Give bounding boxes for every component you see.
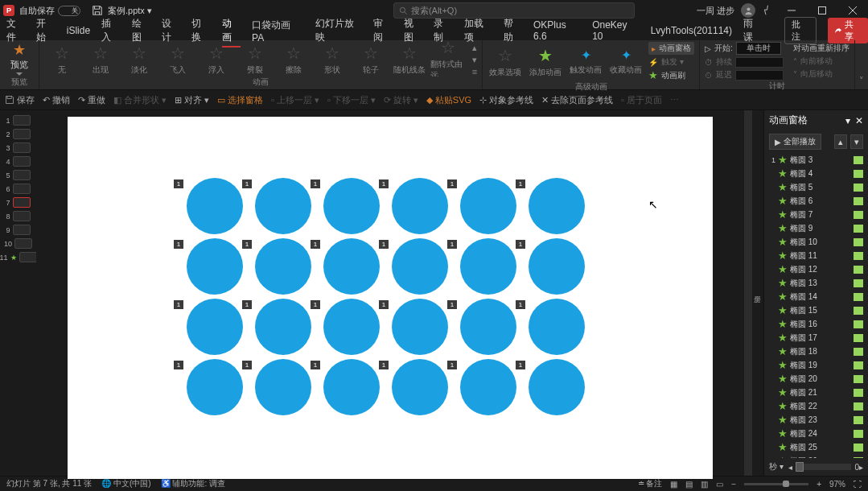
qb-selection-pane[interactable]: ▭选择窗格 [217,94,263,106]
slide-thumb-10[interactable]: 10 [4,238,32,249]
gallery-more[interactable]: ≡ [472,67,477,76]
zoom-out[interactable]: − [731,480,736,489]
anim-order-tag[interactable]: 1 [379,300,389,309]
anim-list-item[interactable]: ★椭圆 14 [764,290,868,303]
slide-thumb-9[interactable]: 9 [6,225,30,235]
shape-oval[interactable] [529,299,585,355]
autosave-toggle[interactable]: 自助保存 关 [19,5,80,17]
anim-effect-7[interactable]: ☆形状 [315,43,350,76]
shape-oval[interactable] [460,359,516,415]
slide-counter[interactable]: 幻灯片 第 7 张, 共 11 张 [6,478,92,489]
shape-oval[interactable] [460,238,516,295]
anim-order-tag[interactable]: 1 [242,361,252,369]
anim-effect-9[interactable]: ☆随机线条 [392,43,427,76]
shape-oval[interactable] [187,178,243,234]
anim-list-item[interactable]: ★椭圆 15 [764,303,868,317]
move-later[interactable]: ˅向后移动 [793,68,849,80]
anim-effect-8[interactable]: ☆轮子 [353,43,389,76]
anim-list-item[interactable]: ★椭圆 5 [764,180,868,194]
anim-list-item[interactable]: ★椭圆 7 [764,208,868,221]
anim-order-tag[interactable]: 1 [242,179,252,188]
anim-order-tag[interactable]: 1 [447,361,457,369]
save-icon[interactable] [92,5,103,16]
anim-order-tag[interactable]: 1 [311,179,320,188]
language-indicator[interactable]: 🌐 中文(中国) [101,478,150,489]
anim-effect-6[interactable]: ☆擦除 [276,43,311,76]
autosave-switch[interactable]: 关 [58,6,80,16]
anim-order-tag[interactable]: 1 [174,179,183,188]
collect-anim-button[interactable]: ✦收藏动画 [608,47,644,76]
tab-lvyh[interactable]: LvyhTools(201114) [651,25,732,36]
slide-thumb-8[interactable]: 8 [6,211,30,221]
shape-oval[interactable] [323,178,380,234]
slide-thumb-4[interactable]: 4 [6,156,30,167]
anim-effect-10[interactable]: ☆翻转式由远... [430,42,466,76]
slide[interactable]: 111111111111111111111111↖ [68,117,713,479]
qb-save[interactable]: 保存 [5,94,35,106]
zoom-slider[interactable] [744,483,808,485]
anim-list-item[interactable]: ★椭圆 23 [764,413,868,427]
anim-effect-4[interactable]: ☆浮入 [199,43,234,76]
qb-paste-svg[interactable]: ◆粘贴SVG [426,94,471,106]
anim-list-item[interactable]: ★椭圆 25 [764,440,868,454]
shape-oval[interactable] [529,359,585,415]
slide-thumbnail-rail[interactable]: 1234567891011★ [0,110,36,476]
timeline-slider[interactable] [796,464,852,470]
anim-order-tag[interactable]: 1 [379,179,389,188]
anim-list-item[interactable]: ★椭圆 16 [764,317,868,331]
fullscreen-label[interactable]: 全屏 [752,110,763,476]
account-name[interactable]: 一周 进步 [697,5,734,17]
anim-effect-2[interactable]: ☆淡化 [121,43,157,76]
play-all-button[interactable]: ▶ 全部播放 [769,134,821,150]
animation-list[interactable]: 1★椭圆 3★椭圆 4★椭圆 5★椭圆 6★椭圆 7★椭圆 9★椭圆 10★椭圆… [764,153,868,458]
anim-order-tag[interactable]: 1 [447,179,457,188]
anim-order-tag[interactable]: 1 [379,361,389,369]
anim-order-tag[interactable]: 1 [447,240,457,249]
anim-list-item[interactable]: ★椭圆 24 [764,427,868,440]
document-title[interactable]: 案例.pptx ▾ [108,5,152,17]
qb-redo[interactable]: ↷重做 [78,94,105,106]
tab-pocket[interactable]: 口袋动画 PA [252,19,304,43]
preview-button[interactable]: ★ 预览 [5,43,34,76]
move-earlier[interactable]: ˄向前移动 [793,56,849,67]
qb-undo[interactable]: ↶撤销 [43,94,70,106]
shape-oval[interactable] [392,178,448,234]
timeline-unit[interactable]: 秒 ▾ [769,461,784,472]
fit-to-window[interactable]: ⛶ [854,480,862,489]
shape-oval[interactable] [323,359,380,415]
anim-effect-5[interactable]: ☆劈裂 [237,43,273,76]
shape-oval[interactable] [392,238,448,295]
vertical-scrollbar[interactable] [744,110,752,476]
shape-oval[interactable] [187,359,243,415]
shape-oval[interactable] [187,299,243,355]
anim-pane-dropdown[interactable]: ▾ [845,115,850,126]
anim-order-tag[interactable]: 1 [516,300,525,309]
duration-row[interactable]: ⏱持续 [705,56,784,68]
anim-list-item[interactable]: ★椭圆 22 [764,399,868,413]
shape-oval[interactable] [529,178,585,234]
anim-list-item[interactable]: ★椭圆 4 [764,167,868,180]
view-normal[interactable]: ▦ [670,480,677,489]
anim-order-tag[interactable]: 1 [311,300,320,309]
view-reading[interactable]: ▥ [701,480,708,489]
shape-oval[interactable] [392,299,448,355]
shape-oval[interactable] [323,299,380,355]
tab-okplus[interactable]: OKPlus 6.6 [533,19,581,42]
anim-list-item[interactable]: ★椭圆 20 [764,372,868,386]
shape-oval[interactable] [255,299,311,355]
notes-button[interactable]: ≐ 备注 [638,478,663,489]
collapse-ribbon[interactable]: ˅ [855,40,868,89]
slide-thumb-2[interactable]: 2 [6,129,30,139]
start-row[interactable]: ▷开始:单击时 [705,42,784,55]
slide-thumb-5[interactable]: 5 [6,170,30,180]
anim-list-item[interactable]: ★椭圆 11 [764,249,868,262]
tab-islide[interactable]: iSlide [67,25,90,36]
tab-animation[interactable]: 动画 [222,17,241,44]
anim-order-tag[interactable]: 1 [174,361,183,369]
shape-oval[interactable] [255,178,311,234]
add-animation-button[interactable]: ★添加动画 [528,46,563,78]
anim-order-tag[interactable]: 1 [447,300,457,309]
gallery-up[interactable]: ▴ [472,43,477,53]
anim-order-tag[interactable]: 1 [516,361,525,369]
anim-order-tag[interactable]: 1 [379,240,389,249]
